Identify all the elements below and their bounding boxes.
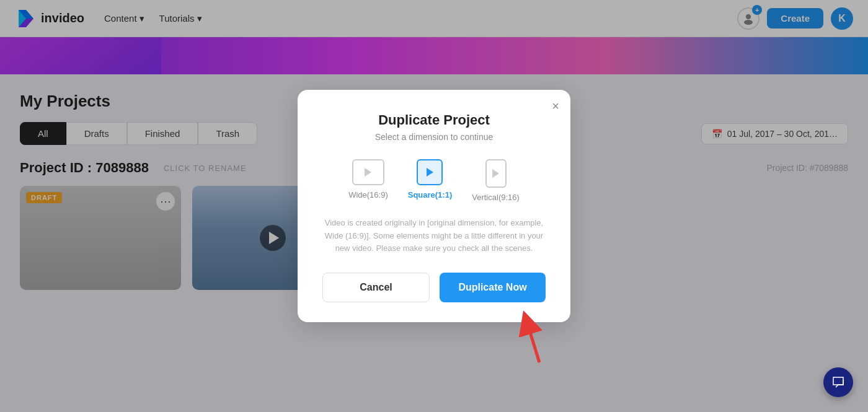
dimension-vertical[interactable]: Vertical(9:16) [472, 159, 520, 202]
modal-overlay: × Duplicate Project Select a dimension t… [0, 0, 868, 412]
modal-title: Duplicate Project [322, 112, 546, 128]
cancel-button[interactable]: Cancel [322, 273, 430, 302]
square-label: Square(1:1) [408, 190, 453, 199]
chat-widget-button[interactable] [823, 367, 853, 397]
duplicate-project-modal: × Duplicate Project Select a dimension t… [298, 90, 570, 322]
wide-label: Wide(16:9) [348, 190, 388, 199]
dimension-square[interactable]: Square(1:1) [408, 159, 453, 202]
chat-icon [831, 375, 846, 390]
duplicate-now-button[interactable]: Duplicate Now [440, 273, 546, 302]
vertical-box [485, 159, 507, 188]
modal-actions: Cancel Duplicate Now [322, 273, 546, 302]
vertical-play-icon [492, 169, 499, 178]
vertical-label: Vertical(9:16) [472, 193, 520, 202]
wide-box [352, 159, 384, 185]
square-play-icon [427, 168, 433, 177]
modal-close-button[interactable]: × [552, 100, 559, 112]
arrow-annotation [496, 310, 552, 366]
modal-note: Video is created originally in [original… [322, 217, 546, 255]
svg-line-6 [527, 322, 539, 362]
dimension-wide[interactable]: Wide(16:9) [348, 159, 388, 202]
modal-subtitle: Select a dimension to continue [322, 132, 546, 142]
dimension-options: Wide(16:9) Square(1:1) Vertical(9:16) [322, 159, 546, 202]
wide-play-icon [365, 168, 371, 177]
square-box [417, 159, 443, 185]
